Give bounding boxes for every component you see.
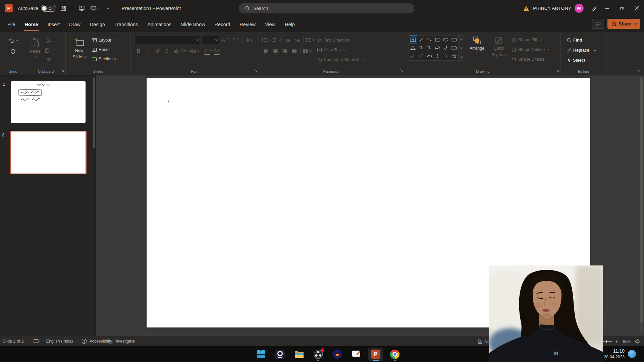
screen-preview-button[interactable] [89, 3, 100, 14]
file-explorer-button[interactable] [292, 348, 307, 361]
whiteboard-app-button[interactable] [349, 348, 364, 361]
columns-button[interactable] [302, 47, 311, 55]
find-button[interactable]: Find [566, 36, 606, 44]
shape-right-brace[interactable] [442, 52, 450, 60]
gallery-more-button[interactable] [458, 52, 464, 60]
restore-button[interactable] [614, 0, 629, 16]
start-slideshow-button[interactable] [76, 3, 88, 14]
shape-line[interactable] [417, 36, 426, 44]
avatar[interactable]: PA [575, 4, 584, 13]
share-button[interactable]: Share [607, 19, 640, 29]
text-shadow-button[interactable]: S [162, 47, 171, 55]
redo-button[interactable] [9, 47, 17, 56]
quick-styles-button[interactable]: Quick Styles [490, 32, 508, 63]
thumbnail-scrollbar[interactable] [93, 77, 95, 148]
qat-customize-button[interactable] [102, 3, 113, 14]
zoom-level[interactable]: 82% [623, 339, 631, 344]
clear-formatting-button[interactable]: A [246, 36, 254, 44]
font-dialog-launcher[interactable] [254, 67, 257, 73]
tab-transitions[interactable]: Transitions [110, 16, 143, 32]
shape-line-arrow[interactable] [425, 36, 434, 44]
font-size-combo[interactable] [202, 36, 219, 44]
undo-button[interactable] [8, 36, 17, 45]
comments-button[interactable] [592, 19, 604, 29]
taskbar-clock[interactable]: 11:10 28-04-2023 [604, 348, 625, 360]
language-button[interactable]: English (India) [46, 339, 73, 344]
copy-button[interactable] [44, 46, 53, 55]
start-button[interactable] [254, 348, 268, 361]
shape-right-arrow[interactable] [434, 44, 442, 52]
character-spacing-button[interactable]: AV [181, 47, 190, 55]
arrange-button[interactable]: Arrange [467, 32, 487, 63]
paste-button[interactable]: Paste [26, 35, 44, 65]
tab-draw[interactable]: Draw [64, 16, 85, 32]
drawing-dialog-launcher[interactable] [556, 67, 559, 73]
powerpoint-taskbar-button[interactable]: P [368, 348, 383, 361]
warning-icon[interactable] [523, 5, 530, 11]
shape-textbox[interactable] [409, 36, 417, 44]
font-name-combo[interactable] [134, 36, 200, 44]
format-painter-button[interactable] [44, 56, 53, 65]
shape-oval[interactable] [442, 36, 450, 44]
select-button[interactable]: Select [566, 56, 606, 64]
paragraph-dialog-launcher[interactable] [400, 67, 404, 73]
layout-button[interactable]: Layout [91, 36, 117, 44]
shape-arc[interactable] [417, 52, 426, 60]
shape-fill-button[interactable]: Shape Fill [511, 36, 549, 44]
align-center-button[interactable] [271, 47, 280, 55]
close-button[interactable] [629, 0, 644, 16]
tab-slide-show[interactable]: Slide Show [176, 16, 210, 32]
search-input[interactable]: Search [239, 3, 414, 13]
gallery-scroll-down[interactable] [458, 44, 464, 52]
convert-to-smartart-button[interactable]: Convert to SmartArt [316, 55, 365, 64]
increase-indent-button[interactable] [293, 36, 302, 44]
cut-button[interactable] [44, 36, 53, 45]
tab-view[interactable]: View [260, 16, 280, 32]
text-direction-button[interactable]: Text Direction [316, 36, 365, 44]
align-text-button[interactable]: Align Text [316, 46, 365, 54]
shape-rectangle[interactable] [434, 36, 442, 44]
align-right-button[interactable] [280, 47, 289, 55]
shape-triangle[interactable] [409, 44, 417, 52]
tab-help[interactable]: Help [280, 16, 300, 32]
ink-editor-button[interactable] [588, 3, 600, 14]
shape-effects-button[interactable]: Shape Effects [511, 55, 549, 63]
tab-home[interactable]: Home [20, 16, 43, 32]
tab-animations[interactable]: Animations [143, 16, 176, 32]
new-slide-button[interactable]: New Slide [68, 35, 91, 63]
spellcheck-button[interactable] [33, 339, 39, 344]
zoom-slider-handle[interactable] [606, 340, 607, 343]
tab-insert[interactable]: Insert [43, 16, 64, 32]
reset-button[interactable]: Reset [91, 45, 117, 54]
canvas-scrollbar[interactable] [640, 77, 643, 333]
change-case-button[interactable]: Aa [191, 47, 199, 55]
fit-to-window-icon[interactable] [635, 339, 640, 344]
tray-notification-icon[interactable] [628, 350, 636, 358]
font-color-button[interactable]: A [212, 47, 221, 55]
slide-indicator[interactable]: Slide 2 of 2 [3, 339, 24, 344]
user-name[interactable]: PRINCY ANTONY [533, 6, 571, 11]
minimize-button[interactable] [600, 0, 614, 16]
gallery-scroll-up[interactable] [458, 36, 464, 44]
shrink-font-button[interactable]: A [231, 36, 240, 44]
shape-snip-rectangle[interactable] [450, 44, 459, 52]
save-button[interactable] [58, 3, 69, 14]
tab-review[interactable]: Review [235, 16, 260, 32]
tab-record[interactable]: Record [210, 16, 235, 32]
accessibility-button[interactable]: Accessibility: Investigate [82, 339, 135, 344]
grow-font-button[interactable]: A [221, 36, 229, 44]
bullets-button[interactable] [262, 36, 270, 44]
align-left-button[interactable] [262, 47, 270, 55]
shape-left-brace[interactable] [434, 52, 442, 60]
media-app-button[interactable] [330, 348, 345, 361]
shape-elbow-connector[interactable] [417, 44, 426, 52]
underline-button[interactable]: U [153, 47, 162, 55]
italic-button[interactable]: I [144, 47, 152, 55]
input-language-indicator[interactable]: IN [554, 351, 558, 356]
line-spacing-button[interactable] [305, 36, 314, 44]
scrollbar-handle[interactable] [640, 78, 643, 323]
camera-app-button[interactable] [273, 348, 287, 361]
slide-thumbnail-1[interactable] [11, 81, 86, 123]
zoom-in-button[interactable]: + [615, 339, 618, 344]
highlight-color-button[interactable] [203, 47, 212, 55]
